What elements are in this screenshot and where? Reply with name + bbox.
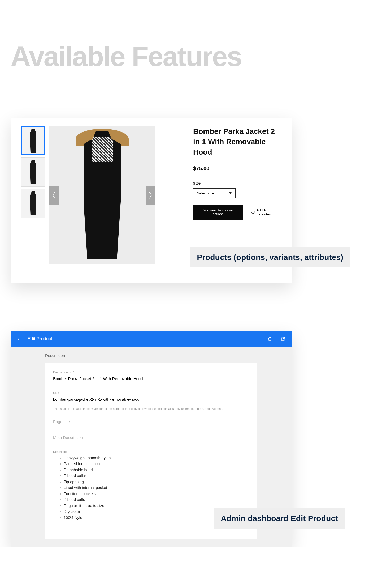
open-external-button[interactable]: [280, 336, 286, 342]
product-name-field: Product name *: [53, 370, 249, 383]
slug-input[interactable]: [53, 396, 249, 404]
feature-callout-products: Products (options, variants, attributes): [190, 247, 350, 268]
page-title-field: [53, 418, 249, 426]
list-item: Heavyweight, smooth nylon: [64, 455, 249, 461]
field-label: Description: [53, 450, 249, 453]
delete-button[interactable]: [267, 336, 273, 342]
field-label: Product name *: [53, 370, 249, 374]
chevron-down-icon: [229, 192, 232, 194]
thumbnail-2[interactable]: [21, 157, 45, 187]
slug-help-text: The "slug" is the URL-friendly version o…: [53, 407, 249, 410]
carousel-dot[interactable]: [108, 275, 119, 275]
next-image-button[interactable]: [146, 186, 155, 205]
size-select-text: Select size: [197, 191, 214, 195]
product-title: Bomber Parka Jacket 2 in 1 With Removabl…: [193, 126, 281, 157]
admin-header: Edit Product: [11, 331, 292, 347]
carousel-indicators: [76, 275, 182, 275]
heart-icon: [251, 210, 255, 214]
admin-header-title: Edit Product: [28, 336, 52, 342]
prev-image-button[interactable]: [49, 186, 59, 205]
thumbnail-3[interactable]: [21, 189, 45, 218]
option-label: size: [193, 181, 281, 186]
list-item: Zip opening: [64, 479, 249, 485]
carousel-dot[interactable]: [139, 275, 149, 275]
list-item: Padded for insulation: [64, 461, 249, 467]
product-price: $75.00: [193, 165, 281, 172]
field-label: Slug: [53, 391, 249, 394]
external-link-icon: [281, 336, 285, 341]
meta-description-input[interactable]: [53, 434, 249, 442]
section-label: Description: [11, 347, 292, 363]
chevron-right-icon: [148, 191, 153, 199]
meta-description-field: [53, 434, 249, 442]
chevron-left-icon: [52, 191, 56, 199]
back-button[interactable]: [16, 336, 22, 342]
list-item: Lined with internal pocket: [64, 485, 249, 491]
slug-field: Slug: [53, 391, 249, 404]
choose-options-button[interactable]: You need to choose options: [193, 205, 243, 220]
list-item: Functional pockets: [64, 491, 249, 497]
favorites-label: Add To Favorites: [257, 208, 281, 216]
admin-edit-product-card: Edit Product Description Product name * …: [11, 331, 292, 547]
list-item: Ribbed cuffs: [64, 497, 249, 502]
product-main-image: [49, 126, 155, 264]
list-item: Regular fit – true to size: [64, 503, 249, 509]
feature-callout-admin: Admin dashboard Edit Product: [214, 508, 345, 529]
page-title-input[interactable]: [53, 418, 249, 426]
thumbnail-1[interactable]: [21, 126, 45, 155]
thumbnail-list: [21, 126, 45, 275]
product-detail-card: Bomber Parka Jacket 2 in 1 With Removabl…: [11, 118, 292, 283]
page-heading: Available Features: [11, 42, 371, 70]
size-select[interactable]: Select size: [193, 188, 236, 198]
list-item: Detachable hood: [64, 467, 249, 473]
carousel-dot[interactable]: [123, 275, 134, 275]
trash-icon: [267, 336, 272, 342]
add-to-favorites[interactable]: Add To Favorites: [251, 208, 281, 216]
list-item: Ribbed collar: [64, 473, 249, 479]
product-name-input[interactable]: [53, 375, 249, 383]
arrow-left-icon: [17, 336, 22, 342]
